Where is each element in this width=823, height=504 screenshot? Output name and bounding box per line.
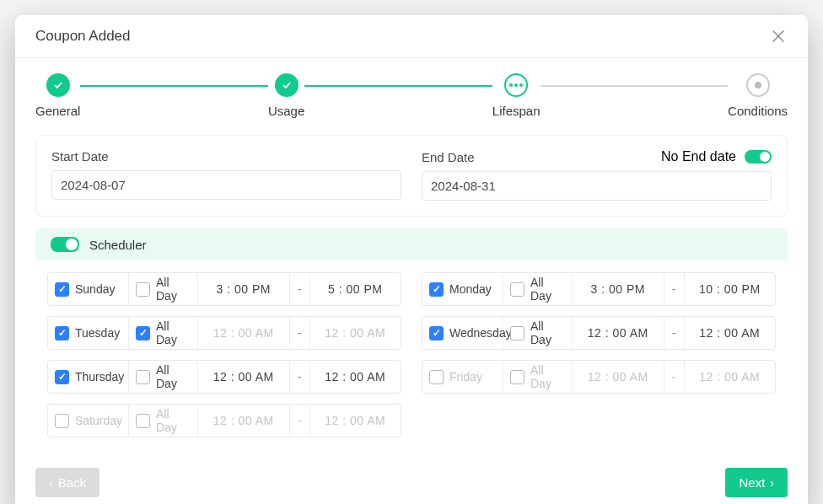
start-date-label: Start Date	[51, 149, 401, 164]
day-name: Tuesday	[75, 326, 120, 340]
all-day-label: All Day	[156, 363, 191, 390]
scheduler-header: Scheduler	[35, 228, 788, 260]
day-name: Thursday	[75, 370, 124, 383]
start-date-field: Start Date	[51, 149, 401, 200]
from-time[interactable]: 12 : 00 AM	[198, 361, 290, 393]
from-time[interactable]: 3 : 00 PM	[198, 273, 290, 305]
modal-header: Coupon Added	[15, 15, 808, 58]
day-cell: Wednesday	[422, 317, 503, 349]
to-time[interactable]: 5 : 00 PM	[310, 273, 401, 305]
pending-icon	[746, 73, 770, 97]
day-row: ThursdayAll Day12 : 00 AM-12 : 00 AM	[47, 360, 401, 394]
modal-footer: ‹ Back Next ›	[15, 463, 808, 504]
time-dash: -	[290, 273, 310, 305]
day-name: Wednesday	[449, 326, 512, 340]
all-day-checkbox[interactable]	[136, 282, 150, 297]
modal-title: Coupon Added	[35, 28, 131, 45]
all-day-label: All Day	[530, 319, 565, 346]
day-enabled-checkbox[interactable]	[55, 326, 69, 340]
day-cell: Monday	[422, 273, 503, 305]
step-lifespan[interactable]: Lifespan	[492, 73, 541, 118]
all-day-label: All Day	[156, 407, 191, 434]
to-time[interactable]: 12 : 00 AM	[685, 317, 776, 349]
step-general[interactable]: General	[35, 73, 80, 118]
day-cell: Friday	[422, 361, 503, 393]
from-time[interactable]: 12 : 00 AM	[198, 317, 290, 349]
back-button[interactable]: ‹ Back	[35, 468, 100, 497]
day-enabled-checkbox[interactable]	[429, 326, 444, 340]
step-connector	[304, 85, 492, 87]
day-cell: Saturday	[48, 405, 129, 437]
all-day-cell: All Day	[129, 273, 198, 305]
lifespan-panel: Start Date End Date No End date Schedule…	[15, 123, 808, 463]
start-date-input[interactable]	[51, 170, 401, 200]
all-day-checkbox[interactable]	[136, 370, 150, 384]
next-button-label: Next	[739, 475, 765, 490]
step-connector	[80, 85, 268, 87]
day-enabled-checkbox[interactable]	[55, 414, 69, 428]
day-enabled-checkbox[interactable]	[429, 370, 444, 384]
end-date-input[interactable]	[422, 171, 772, 201]
all-day-checkbox[interactable]	[136, 414, 150, 428]
all-day-cell: All Day	[129, 405, 198, 437]
close-icon[interactable]	[769, 27, 788, 46]
wizard-stepper: General Usage Lifespan Conditions	[15, 58, 808, 123]
chevron-left-icon: ‹	[49, 476, 53, 490]
to-time[interactable]: 12 : 00 AM	[310, 361, 401, 393]
check-icon	[275, 73, 299, 97]
schedule-grid: SundayAll Day3 : 00 PM-5 : 00 PMMondayAl…	[35, 260, 788, 449]
time-dash: -	[290, 361, 310, 393]
end-date-label: End Date	[422, 150, 475, 164]
end-date-field: End Date No End date	[422, 149, 772, 201]
time-dash: -	[664, 361, 685, 393]
all-day-checkbox[interactable]	[136, 326, 150, 340]
time-dash: -	[664, 317, 685, 349]
day-cell: Thursday	[48, 361, 129, 393]
day-row: WednesdayAll Day12 : 00 AM-12 : 00 AM	[422, 316, 776, 350]
to-time[interactable]: 12 : 00 AM	[310, 317, 401, 349]
all-day-checkbox[interactable]	[510, 326, 524, 340]
from-time[interactable]: 12 : 00 AM	[573, 361, 664, 393]
all-day-label: All Day	[156, 276, 191, 303]
scheduler-toggle[interactable]	[51, 237, 79, 252]
chevron-right-icon: ›	[770, 476, 774, 490]
scheduler-label: Scheduler	[89, 238, 147, 252]
back-button-label: Back	[58, 475, 86, 490]
no-end-date-label: No End date	[661, 149, 736, 164]
to-time[interactable]: 12 : 00 AM	[685, 361, 776, 393]
step-usage[interactable]: Usage	[268, 73, 304, 118]
time-dash: -	[664, 273, 685, 305]
from-time[interactable]: 12 : 00 AM	[573, 317, 664, 349]
from-time[interactable]: 12 : 00 AM	[198, 405, 290, 437]
step-label: Lifespan	[492, 104, 541, 118]
step-conditions[interactable]: Conditions	[728, 73, 788, 118]
step-label: Usage	[268, 104, 304, 118]
all-day-checkbox[interactable]	[510, 370, 524, 384]
time-dash: -	[290, 317, 310, 349]
all-day-label: All Day	[530, 276, 565, 303]
step-connector	[541, 85, 729, 87]
to-time[interactable]: 10 : 00 PM	[685, 273, 776, 305]
day-name: Saturday	[75, 414, 122, 427]
all-day-checkbox[interactable]	[510, 282, 524, 297]
day-cell: Sunday	[48, 273, 129, 305]
check-icon	[46, 73, 70, 97]
day-enabled-checkbox[interactable]	[429, 282, 444, 297]
no-end-date-toggle[interactable]	[745, 150, 772, 164]
time-dash: -	[290, 405, 310, 437]
from-time[interactable]: 3 : 00 PM	[573, 273, 664, 305]
day-enabled-checkbox[interactable]	[55, 370, 69, 384]
day-enabled-checkbox[interactable]	[55, 282, 69, 297]
day-row: FridayAll Day12 : 00 AM-12 : 00 AM	[422, 360, 776, 394]
svg-point-5	[755, 82, 761, 88]
svg-point-2	[509, 83, 513, 87]
to-time[interactable]: 12 : 00 AM	[310, 405, 401, 437]
next-button[interactable]: Next ›	[725, 468, 788, 497]
no-end-date-row: No End date	[661, 149, 772, 164]
day-row: TuesdayAll Day12 : 00 AM-12 : 00 AM	[47, 316, 401, 350]
dots-icon	[504, 73, 528, 97]
all-day-cell: All Day	[503, 273, 573, 305]
all-day-label: All Day	[530, 363, 565, 390]
day-row: SaturdayAll Day12 : 00 AM-12 : 00 AM	[47, 404, 401, 437]
coupon-modal: Coupon Added General Usage Lifespan	[15, 15, 808, 504]
